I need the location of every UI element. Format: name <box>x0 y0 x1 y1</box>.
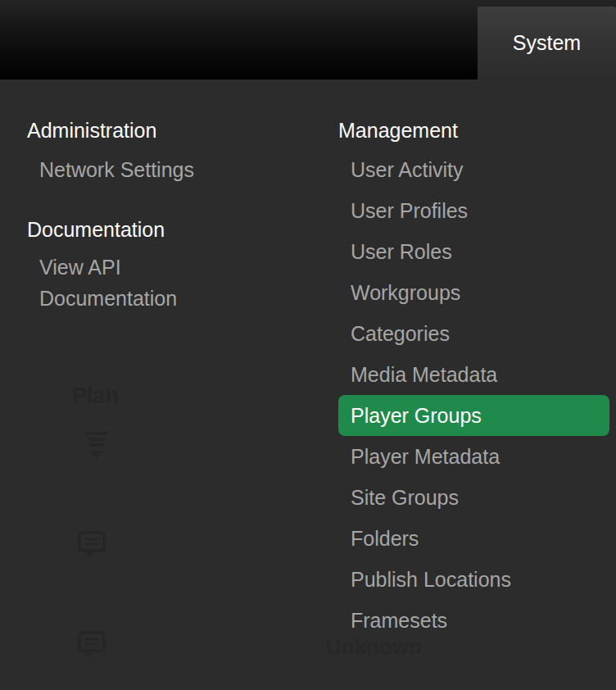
section-header-documentation: Documentation <box>27 211 273 248</box>
menu-item-workgroups[interactable]: Workgroups <box>338 272 616 313</box>
system-tab[interactable]: System <box>478 7 616 79</box>
menu-item-categories[interactable]: Categories <box>338 313 616 354</box>
menu-item-publish-locations[interactable]: Publish Locations <box>338 559 616 600</box>
menu-item-player-groups[interactable]: Player Groups <box>338 395 609 436</box>
menu-item-media-metadata[interactable]: Media Metadata <box>338 354 616 395</box>
menu-column-right: Management User Activity User Profiles U… <box>338 112 616 641</box>
ghost-comment-icon <box>78 631 106 660</box>
ghost-comment-icon <box>78 531 106 561</box>
menu-item-folders[interactable]: Folders <box>338 518 616 559</box>
ghost-plan-text: Plan <box>72 384 119 409</box>
menu-column-left: Administration Network Settings Document… <box>27 112 273 317</box>
menu-item-site-groups[interactable]: Site Groups <box>338 477 616 518</box>
section-header-administration: Administration <box>27 112 273 149</box>
menu-item-user-activity[interactable]: User Activity <box>338 149 616 190</box>
menu-item-framesets[interactable]: Framesets <box>338 600 616 641</box>
menu-item-player-metadata[interactable]: Player Metadata <box>338 436 616 477</box>
system-tab-label: System <box>513 31 581 55</box>
top-navigation-bar: System <box>0 0 616 79</box>
section-header-management: Management <box>338 112 616 149</box>
system-dropdown-menu: Plan Unknown Administration Network Sett… <box>0 79 616 690</box>
menu-item-user-profiles[interactable]: User Profiles <box>338 190 616 231</box>
ghost-download-list-icon <box>84 430 109 461</box>
menu-item-network-settings[interactable]: Network Settings <box>27 149 273 190</box>
menu-item-view-api-documentation[interactable]: View API Documentation <box>27 248 224 317</box>
menu-item-user-roles[interactable]: User Roles <box>338 231 616 272</box>
